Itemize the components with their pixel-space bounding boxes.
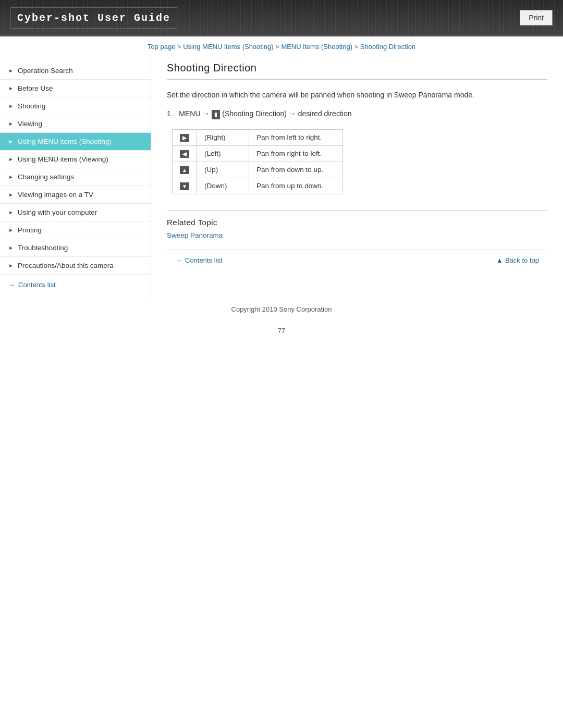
arrow-icon: ► <box>8 263 14 268</box>
related-topic-title: Related Topic <box>167 218 547 227</box>
sidebar-item-using-computer[interactable]: ► Using with your computer <box>0 204 151 221</box>
sidebar-item-label: Viewing <box>18 120 42 128</box>
pan-description-left: Pan from right to left. <box>249 145 343 162</box>
triangle-up-icon: ▲ <box>496 256 503 264</box>
right-direction-icon: ▶ <box>180 134 189 142</box>
sidebar-item-label: Shooting <box>18 102 45 110</box>
direction-label-right: (Right) <box>197 129 249 145</box>
footer-contents-link[interactable]: → Contents list <box>175 256 223 264</box>
icon-cell-up: ▲ <box>173 162 197 178</box>
footer-contents-label: Contents list <box>185 256 223 264</box>
arrow-icon: ► <box>8 227 14 233</box>
breadcrumb: Top page > Using MENU items (Shooting) >… <box>0 36 563 57</box>
table-row: ▼ (Down) Pan from up to down. <box>173 178 343 194</box>
footer-row: → Contents list ▲ Back to top <box>167 250 547 270</box>
app-title: Cyber-shot User Guide <box>10 7 177 29</box>
description-text: Set the direction in which the camera wi… <box>167 89 547 101</box>
sidebar-item-viewing[interactable]: ► Viewing <box>0 115 151 133</box>
direction-table: ▶ (Right) Pan from left to right. ◀ (Lef… <box>172 129 343 194</box>
sidebar-item-label: Operation Search <box>18 67 73 75</box>
contents-list-label: Contents list <box>18 281 56 289</box>
main-content: Shooting Direction Set the direction in … <box>151 57 563 281</box>
copyright-text: Copyright 2010 Sony Corporation <box>0 300 563 324</box>
sidebar-item-shooting[interactable]: ► Shooting <box>0 97 151 115</box>
sidebar-item-precautions[interactable]: ► Precautions/About this camera <box>0 257 151 275</box>
arrow-icon: ► <box>8 103 14 109</box>
sidebar-item-using-menu-shooting[interactable]: ► Using MENU items (Shooting) <box>0 133 151 151</box>
sidebar-item-troubleshooting[interactable]: ► Troubleshooting <box>0 239 151 257</box>
icon-cell-left: ◀ <box>173 145 197 162</box>
pan-description-right: Pan from left to right. <box>249 129 343 145</box>
sidebar-item-label: Changing settings <box>18 173 74 181</box>
table-row: ▶ (Right) Pan from left to right. <box>173 129 343 145</box>
sidebar-bottom: → Contents list <box>0 275 151 295</box>
sidebar-item-label: Before Use <box>18 84 53 92</box>
sidebar-item-before-use[interactable]: ► Before Use <box>0 80 151 97</box>
sidebar: ► Operation Search ► Before Use ► Shooti… <box>0 57 151 300</box>
sidebar-item-label: Using MENU items (Viewing) <box>18 155 108 163</box>
direction-label-down: (Down) <box>197 178 249 194</box>
page-number: 77 <box>0 324 563 345</box>
sidebar-item-operation-search[interactable]: ► Operation Search <box>0 62 151 80</box>
sidebar-item-label: Precautions/About this camera <box>18 262 114 269</box>
sidebar-item-label: Printing <box>18 226 42 234</box>
arrow-icon: ► <box>8 121 14 127</box>
breadcrumb-shooting-direction[interactable]: Shooting Direction <box>360 43 415 51</box>
page-title: Shooting Direction <box>167 62 547 80</box>
pan-description-up: Pan from down to up. <box>249 162 343 178</box>
sidebar-item-label: Troubleshooting <box>18 244 68 252</box>
sidebar-item-label: Viewing images on a TV <box>18 191 93 199</box>
sweep-panorama-link[interactable]: Sweep Panorama <box>167 231 223 239</box>
sidebar-item-label: Using MENU items (Shooting) <box>18 138 112 145</box>
down-direction-icon: ▼ <box>180 182 189 190</box>
sidebar-item-using-menu-viewing[interactable]: ► Using MENU items (Viewing) <box>0 151 151 168</box>
arrow-icon: ► <box>8 192 14 198</box>
arrow-icon: ► <box>8 85 14 91</box>
arrow-icon: ► <box>8 68 14 73</box>
sidebar-item-changing-settings[interactable]: ► Changing settings <box>0 168 151 186</box>
main-layout: ► Operation Search ► Before Use ► Shooti… <box>0 57 563 300</box>
left-direction-icon: ◀ <box>180 150 189 158</box>
arrow-icon: ► <box>8 245 14 251</box>
table-row: ◀ (Left) Pan from right to left. <box>173 145 343 162</box>
table-row: ▲ (Up) Pan from down to up. <box>173 162 343 178</box>
back-to-top-label: Back to top <box>505 256 539 264</box>
contents-list-link[interactable]: → Contents list <box>8 281 56 289</box>
breadcrumb-menu-items-shooting[interactable]: MENU items (Shooting) <box>281 43 352 51</box>
breadcrumb-top[interactable]: Top page <box>148 43 176 51</box>
arrow-right-icon: → <box>175 256 182 264</box>
icon-cell-right: ▶ <box>173 129 197 145</box>
up-direction-icon: ▲ <box>180 166 189 174</box>
print-button[interactable]: Print <box>520 10 553 26</box>
sidebar-item-printing[interactable]: ► Printing <box>0 221 151 239</box>
icon-cell-down: ▼ <box>173 178 197 194</box>
arrow-right-icon: → <box>8 281 15 289</box>
related-topic-section: Related Topic Sweep Panorama <box>167 210 547 239</box>
menu-icon: ▮ <box>212 110 220 119</box>
pan-description-down: Pan from up to down. <box>249 178 343 194</box>
back-to-top-link[interactable]: ▲ Back to top <box>496 256 539 264</box>
breadcrumb-using-menu-shooting[interactable]: Using MENU items (Shooting) <box>183 43 273 51</box>
arrow-icon: ► <box>8 209 14 215</box>
arrow-icon: ► <box>8 174 14 180</box>
direction-label-up: (Up) <box>197 162 249 178</box>
direction-label-left: (Left) <box>197 145 249 162</box>
header: Cyber-shot User Guide Print <box>0 0 563 36</box>
step-text: 1 . MENU → ▮ (Shooting Direction) → desi… <box>167 108 547 119</box>
arrow-icon: ► <box>8 156 14 162</box>
sidebar-item-viewing-tv[interactable]: ► Viewing images on a TV <box>0 186 151 204</box>
arrow-icon: ► <box>8 139 14 144</box>
sidebar-item-label: Using with your computer <box>18 208 97 216</box>
